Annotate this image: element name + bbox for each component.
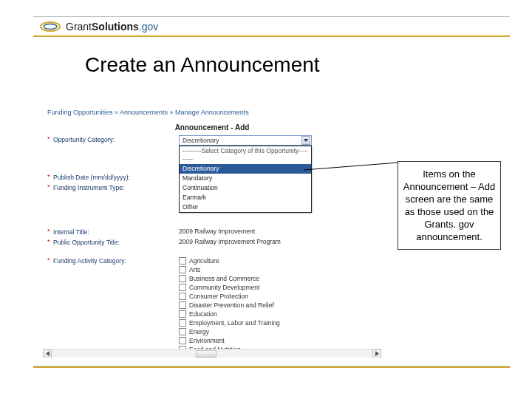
checkbox-list-funding-activity: Agriculture Arts Business and Commerce C… bbox=[179, 256, 377, 358]
dropdown-option[interactable]: Other bbox=[180, 202, 311, 212]
row-funding-activity: * Funding Activity Category: Agriculture… bbox=[43, 248, 381, 358]
required-star-icon: * bbox=[47, 256, 53, 264]
brand-swoosh-icon bbox=[39, 20, 61, 33]
label-funding-activity: Funding Activity Category: bbox=[53, 256, 179, 265]
svg-marker-4 bbox=[375, 351, 379, 356]
checkbox-icon[interactable] bbox=[179, 310, 186, 318]
label-public-title: Public Opportunity Title: bbox=[53, 238, 179, 247]
checkbox-row[interactable]: Community Development bbox=[179, 283, 377, 292]
chevron-down-icon[interactable] bbox=[301, 136, 310, 145]
svg-marker-3 bbox=[46, 351, 50, 356]
checkbox-row[interactable]: Education bbox=[179, 310, 377, 318]
checkbox-row[interactable]: Consumer Protection bbox=[179, 292, 377, 301]
label-funding-instrument: Funding Instrument Type: bbox=[53, 183, 179, 192]
checkbox-label: Disaster Prevention and Relief bbox=[189, 301, 274, 310]
checkbox-icon[interactable] bbox=[179, 275, 186, 282]
scrollbar-track[interactable] bbox=[52, 349, 372, 358]
checkbox-row[interactable]: Energy bbox=[179, 327, 377, 336]
checkbox-label: Arts bbox=[189, 265, 200, 274]
label-publish-date: Publish Date (mm/dd/yyyy): bbox=[53, 173, 179, 182]
required-star-icon: * bbox=[47, 183, 53, 191]
checkbox-icon[interactable] bbox=[179, 284, 186, 291]
brand-part3: .gov bbox=[139, 21, 158, 33]
label-opportunity-category: Opportunity Category: bbox=[53, 135, 179, 144]
dropdown-selected-value: Discretionary bbox=[183, 137, 219, 144]
checkbox-icon[interactable] bbox=[179, 266, 186, 273]
value-internal-title: 2009 Railway Improvement bbox=[179, 228, 377, 235]
checkbox-icon[interactable] bbox=[179, 337, 186, 344]
dropdown-opportunity-category[interactable]: Discretionary bbox=[179, 135, 312, 146]
brand-text: GrantSolutions.gov bbox=[66, 21, 158, 33]
checkbox-label: Employment, Labor and Training bbox=[189, 318, 280, 327]
breadcrumb: Funding Opportunities » Announcements » … bbox=[43, 106, 381, 122]
required-star-icon: * bbox=[47, 135, 53, 143]
checkbox-row[interactable]: Employment, Labor and Training bbox=[179, 318, 377, 327]
checkbox-row[interactable]: Arts bbox=[179, 265, 377, 274]
required-star-icon: * bbox=[47, 238, 53, 245]
checkbox-icon[interactable] bbox=[179, 301, 186, 309]
checkbox-label: Agriculture bbox=[189, 256, 219, 265]
checkbox-label: Environment bbox=[189, 336, 225, 345]
dropdown-option[interactable]: Continuation bbox=[180, 183, 311, 193]
checkbox-label: Education bbox=[189, 310, 217, 318]
checkbox-label: Community Development bbox=[189, 283, 259, 292]
brand-part1: Grant bbox=[66, 21, 92, 33]
dropdown-option[interactable]: ---------Select Category of this Opportu… bbox=[180, 146, 311, 164]
dropdown-option[interactable]: Discretionary bbox=[180, 164, 311, 174]
checkbox-label: Business and Commerce bbox=[189, 274, 259, 283]
svg-point-1 bbox=[44, 24, 57, 29]
app-screenshot: Funding Opportunities » Announcements » … bbox=[43, 106, 381, 358]
checkbox-row[interactable]: Business and Commerce bbox=[179, 274, 377, 283]
form-section-header: Announcement - Add bbox=[43, 122, 381, 134]
dropdown-list-opportunity-category[interactable]: ---------Select Category of this Opportu… bbox=[179, 146, 312, 213]
scrollbar-thumb[interactable] bbox=[196, 350, 216, 358]
footer-divider bbox=[33, 366, 510, 368]
row-public-title: * Public Opportunity Title: 2009 Railway… bbox=[43, 237, 381, 248]
value-public-title: 2009 Railway Improvement Program bbox=[179, 238, 377, 245]
required-star-icon: * bbox=[47, 228, 53, 235]
scroll-left-icon[interactable] bbox=[43, 349, 52, 358]
row-internal-title: * Internal Title: 2009 Railway Improveme… bbox=[43, 227, 381, 237]
checkbox-row[interactable]: Disaster Prevention and Relief bbox=[179, 301, 377, 310]
dropdown-option[interactable]: Earmark bbox=[180, 193, 311, 202]
svg-marker-2 bbox=[304, 139, 308, 142]
checkbox-label: Energy bbox=[189, 327, 209, 336]
brand-header: GrantSolutions.gov bbox=[33, 16, 510, 37]
brand-part2: Solutions bbox=[92, 21, 139, 33]
checkbox-icon[interactable] bbox=[179, 328, 186, 335]
required-star-icon: * bbox=[47, 173, 53, 180]
checkbox-row[interactable]: Agriculture bbox=[179, 256, 377, 265]
checkbox-icon[interactable] bbox=[179, 293, 186, 300]
checkbox-icon[interactable] bbox=[179, 257, 186, 265]
callout-box: Items on the Announcement – Add screen a… bbox=[398, 161, 501, 250]
checkbox-icon[interactable] bbox=[179, 319, 186, 327]
checkbox-label: Consumer Protection bbox=[189, 292, 248, 301]
scroll-right-icon[interactable] bbox=[372, 349, 381, 358]
label-internal-title: Internal Title: bbox=[53, 228, 179, 236]
callout-text: Items on the Announcement – Add screen a… bbox=[403, 168, 495, 242]
page-title: Create an Announcement bbox=[85, 53, 320, 77]
checkbox-row[interactable]: Environment bbox=[179, 336, 377, 345]
dropdown-option[interactable]: Mandatory bbox=[180, 174, 311, 183]
horizontal-scrollbar[interactable] bbox=[43, 349, 381, 358]
